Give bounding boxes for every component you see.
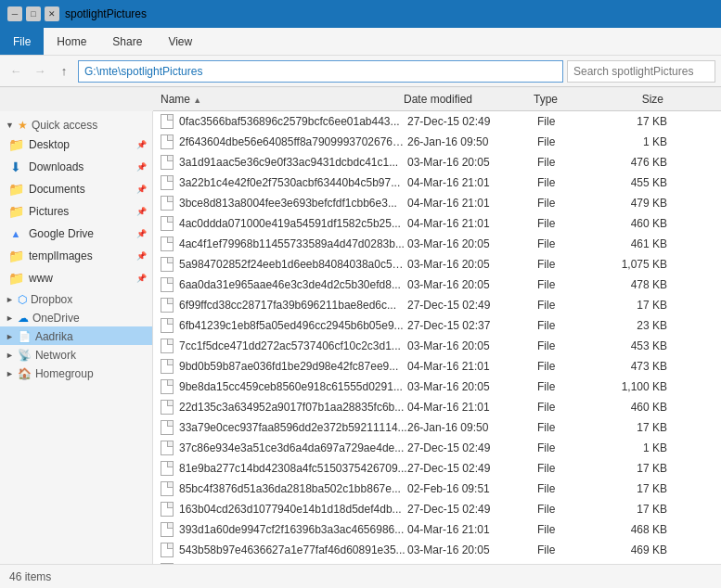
file-icon-cell [157,481,177,496]
sidebar-item-dropbox-label: Dropbox [31,293,72,306]
search-input[interactable] [567,60,715,83]
sidebar-item-desktop-label: Desktop [29,138,135,151]
table-row[interactable]: 4ac4f1ef79968b11455733589a4d47d0283b... … [153,234,721,254]
file-icon-cell [157,400,177,415]
file-type: File [537,441,612,454]
sidebar-item-homegroup-label: Homegroup [35,367,94,380]
aadrika-icon: 📄 [18,330,32,343]
file-size: 23 KB [612,319,686,332]
file-type: File [537,503,612,516]
window-controls[interactable]: ─ □ ✕ [7,6,59,21]
sidebar-item-homegroup[interactable]: ► 🏠 Homegroup [0,364,152,382]
file-icon-cell [157,379,177,394]
file-size: 468 KB [612,523,686,536]
file-name: 6aa0da31e965aae46e3c3de4d2c5b30efd8... [177,278,407,291]
sidebar-item-www[interactable]: 📁 www 📌 [0,267,152,289]
table-row[interactable]: 6fb41239c1eb8f5a05ed496cc2945b6b05e9... … [153,315,721,336]
table-row[interactable]: 3a22b1c4e42f0e2f7530acbf63440b4c5b97... … [153,173,721,193]
file-icon [161,339,174,353]
file-size: 1 KB [612,441,686,454]
file-icon [161,175,174,190]
file-icon [161,196,174,211]
pin-icon: 📌 [136,140,147,149]
sidebar-item-onedrive[interactable]: ► ☁ OneDrive [0,308,152,326]
chevron-down-icon: ▼ [6,121,14,130]
pin-icon-4: 📌 [136,207,147,216]
file-date: 03-Mar-16 20:05 [407,237,537,250]
menu-home[interactable]: Home [44,28,99,55]
icon-minimize[interactable]: ─ [7,6,22,21]
table-row[interactable]: 6f99ffcd38cc28717fa39b696211bae8ed6c... … [153,295,721,315]
file-size: 455 KB [612,176,686,189]
table-row[interactable]: 3bce8d813a8004fee3e693befcfdf1cbb6e3... … [153,193,721,213]
col-header-type[interactable]: Type [534,93,608,106]
table-row[interactable]: 543b58b97e4636627a1e77faf46d60891e35... … [153,540,721,560]
table-row[interactable]: 674ece24a1a424f88435f3d721c468d2b5f1... … [153,560,721,564]
file-name: 85bc4f3876d51a36da2818ba502c1bb867e... [177,482,407,495]
file-date: 04-Mar-16 21:01 [407,197,537,210]
file-icon [161,441,174,455]
table-row[interactable]: 5a984702852f24eeb1d6eeb84084038a0c5e... … [153,254,721,275]
nav-up-button[interactable]: ↑ [54,61,74,82]
file-name: 9be8da15cc459ceb8560e918c61555d0291... [177,380,407,393]
file-name: 5a984702852f24eeb1d6eeb84084038a0c5e... [177,258,407,271]
menu-share[interactable]: Share [99,28,155,55]
menu-file[interactable]: File [0,28,44,55]
sidebar-item-documents[interactable]: 📁 Documents 📌 [0,178,152,200]
table-row[interactable]: 3a1d91aac5e36c9e0f33ac9431dcbdc41c1... 0… [153,152,721,173]
file-size: 1,100 KB [612,380,686,393]
sidebar-item-googledrive[interactable]: ▲ Google Drive 📌 [0,223,152,245]
sidebar-item-network-label: Network [35,349,76,362]
file-name: 3a1d91aac5e36c9e0f33ac9431dcbdc41c1... [177,156,407,169]
folder-blue-icon: 📁 [7,136,24,153]
icon-close[interactable]: ✕ [45,6,59,21]
file-icon-cell [157,257,177,272]
table-row[interactable]: 9bd0b59b87ae036fd1be29d98e42fc87ee9... 0… [153,356,721,377]
sidebar-item-desktop[interactable]: 📁 Desktop 📌 [0,134,152,156]
table-row[interactable]: 85bc4f3876d51a36da2818ba502c1bb867e... 0… [153,479,721,499]
file-date: 27-Dec-15 02:49 [407,115,537,128]
table-row[interactable]: 2f643604dbe56e64085ff8a79099937026763...… [153,132,721,152]
icon-maximize[interactable]: □ [26,6,41,21]
address-input[interactable] [78,60,563,83]
sidebar-item-dropbox[interactable]: ► ⬡ Dropbox [0,289,152,308]
table-row[interactable]: 22d135c3a634952a9017f07b1aa28835fc6b... … [153,397,721,417]
file-type: File [537,176,612,189]
table-row[interactable]: 163b04cd263d1077940e14b1d18d5def4db... 2… [153,499,721,519]
col-header-size[interactable]: Size [608,93,682,106]
nav-back-button[interactable]: ← [6,61,26,82]
col-header-date[interactable]: Date modified [404,93,534,106]
homegroup-icon: 🏠 [18,367,32,380]
col-header-name[interactable]: Name ▲ [153,93,404,106]
sidebar-item-downloads[interactable]: ⬇ Downloads 📌 [0,156,152,178]
table-row[interactable]: 33a79e0cec937faa8596dd2e372b59211114... … [153,417,721,438]
sidebar-item-network[interactable]: ► 📡 Network [0,345,152,364]
file-type: File [537,135,612,148]
table-row[interactable]: 4ac0ddda071000e419a54591df1582c5b25... 0… [153,213,721,234]
nav-forward-button[interactable]: → [30,61,50,82]
sidebar-item-pictures[interactable]: 📁 Pictures 📌 [0,200,152,223]
table-row[interactable]: 81e9ba277c14bd42308a4fc5150375426709... … [153,458,721,479]
table-row[interactable]: 0fac3566baf536896c2579bcfc6ee01ab443... … [153,111,721,132]
file-size: 17 KB [612,299,686,312]
table-row[interactable]: 9be8da15cc459ceb8560e918c61555d0291... 0… [153,377,721,397]
sidebar-item-templimages[interactable]: 📁 templImages 📌 [0,245,152,267]
file-icon [161,298,174,313]
file-size: 479 KB [612,197,686,210]
sidebar-item-quick-access[interactable]: ▼ ★ Quick access [0,115,152,134]
file-name: 163b04cd263d1077940e14b1d18d5def4db... [177,503,407,516]
table-row[interactable]: 37c86e934e3a51ce3d6a4da697a729ae4de... 2… [153,438,721,458]
sidebar-item-aadrika[interactable]: ► 📄 Aadrika [0,326,152,345]
file-date: 26-Jan-16 09:50 [407,421,537,434]
table-row[interactable]: 6aa0da31e965aae46e3c3de4d2c5b30efd8... 0… [153,275,721,295]
file-icon [161,502,174,517]
sidebar-section-quick-access-label: Quick access [32,119,97,132]
file-date: 27-Dec-15 02:49 [407,503,537,516]
table-row[interactable]: 393d1a60de9947cf2f16396b3a3ac4656986... … [153,519,721,540]
file-size: 17 KB [612,421,686,434]
file-type: File [537,380,612,393]
file-icon [161,400,174,415]
menu-view[interactable]: View [155,28,205,55]
table-row[interactable]: 7cc1f5dce471dd272ac5737406cf10c2c3d1... … [153,336,721,356]
file-date: 27-Dec-15 02:37 [407,319,537,332]
